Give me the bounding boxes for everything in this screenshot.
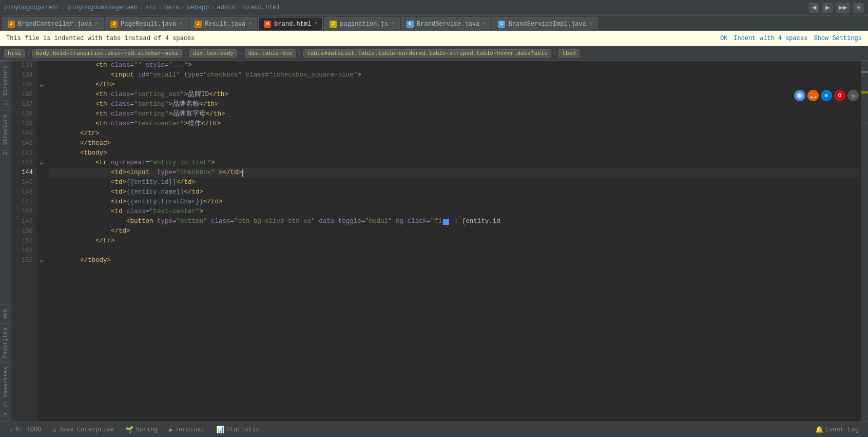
tab-brand-service-impl[interactable]: C BrandServiceImpl.java × [492,17,597,30]
tab-result[interactable]: J Result.java × [189,17,257,30]
notification-actions: OK Indent with 4 spaces Show Settings [720,35,862,42]
layout-button[interactable]: ⊞ [853,3,864,13]
path-tag-html[interactable]: html [4,49,25,58]
bottom-tab-event-log[interactable]: 🔔 Event Log [810,424,864,436]
tab-brand-service[interactable]: C BrandService.java × [401,17,491,30]
scroll-marker-3 [861,122,868,124]
bottom-tab-spring[interactable]: 🌱 Spring [120,424,163,436]
path-bar: html › body.hold-transition.skin-red.sid… [0,46,868,61]
event-log-icon: 🔔 [815,426,823,434]
breadcrumb-module[interactable]: pinyougoumanagerweb [67,4,138,11]
java-icon: J [195,21,202,28]
code-line-145: <td>{{entity.id}}</td> [49,178,859,187]
notif-settings-button[interactable]: Show Settings [814,35,862,42]
tab-label: PageResult.java [121,21,176,28]
java-icon: J [110,21,118,28]
js-icon: J [330,21,337,28]
navigate-forward-button[interactable]: ▶ [822,3,833,13]
bottom-tab-event-log-label: Event Log [825,426,859,433]
todo-icon: ✓ [9,426,13,434]
tab-close-icon[interactable]: × [391,21,394,27]
edge-browser-icon[interactable]: e [821,90,832,101]
bottom-tool-bar: ✓ 6: TODO ☕ Java Enterprise 🌱 Spring ▶ T… [0,422,868,437]
chrome-browser-icon[interactable] [794,90,805,101]
breadcrumb-webapp[interactable]: webapp [187,4,209,11]
spring-icon: 🌱 [125,426,133,434]
opera-browser-icon[interactable]: O [834,90,845,101]
tab-label: BrandServiceImpl.java [508,21,586,28]
firefox-browser-icon[interactable]: 🦊 [807,90,819,101]
path-tag-body[interactable]: body.hold-transition.skin-red.sidebar-mi… [32,49,182,58]
breadcrumb-file[interactable]: brand.html [243,4,280,11]
run-button[interactable]: ▶▶ [836,3,850,13]
bottom-tab-java-enterprise[interactable]: ☕ Java Enterprise [47,424,119,436]
main-editor-area: 1: Structure 2: Structure Web Favorites … [0,61,868,422]
bottom-tab-todo[interactable]: ✓ 6: TODO [4,424,46,436]
tab-page-result[interactable]: J PageResult.java × [105,17,188,30]
tab-close-icon[interactable]: × [589,21,592,27]
code-line-142: <tbody> [49,148,859,158]
notif-indent-button[interactable]: Indent with 4 spaces [734,35,807,42]
service-impl-icon: C [498,21,505,28]
code-line-146: <td>{{entity.name}}</td> [49,187,859,197]
breadcrumb-main[interactable]: main [164,4,179,11]
path-tag-div-box-body[interactable]: div.box-body [189,49,237,58]
breadcrumb-project[interactable]: pinyougouparent [4,4,60,11]
java-icon: J [8,21,15,28]
structure-panel-tab[interactable]: 1: Structure [0,61,11,110]
scroll-marker-2 [861,91,868,93]
tab-close-icon[interactable]: × [179,21,182,27]
favorites-panel-tab[interactable]: Favorites [0,323,11,362]
path-tag-div-table-box[interactable]: div.table-box [245,49,296,58]
code-line-136: <th class="sorting_asc">品牌ID</th> [49,90,859,100]
bottom-tab-statistic[interactable]: 📊 Statistic [211,424,265,436]
terminal-icon: ▶ [169,426,173,434]
service-icon: C [407,21,414,28]
tab-close-icon[interactable]: × [314,21,317,27]
editor-tabs-bar: J BrandController.java × J PageResult.ja… [0,15,868,31]
tab-pagination-js[interactable]: J pagination.js × [324,17,400,30]
html-icon: H [264,21,271,28]
code-line-141: </thead> [49,139,859,148]
scroll-marker-1 [861,71,868,73]
code-line-148: <td class="text-center"> [49,207,859,217]
gutter: ▶ ▶ ▶ [37,61,47,422]
tab-brand-controller[interactable]: J BrandController.java × [2,17,104,30]
tab-close-icon[interactable]: × [248,21,252,27]
notif-ok-button[interactable]: OK [720,35,727,42]
breadcrumb: pinyougouparent › pinyougoumanagerweb › … [4,4,280,11]
line-numbers: 133 134 135 136 137 138 139 140 141 142 … [11,61,37,422]
browser-icons-panel: 🦊 e O ↻ [794,90,859,101]
notification-bar: This file is indented with tabs instead … [0,31,868,46]
tab-brand-html[interactable]: H brand.html × [258,17,323,30]
top-bar-actions: ◀ ▶ ▶▶ ⊞ [809,3,864,13]
tab-label: pagination.js [340,21,388,28]
tab-close-icon[interactable]: × [483,21,486,27]
code-line-150: </td> [49,226,859,236]
code-editor[interactable]: <th class="" style="..."> <input id="sel… [47,61,861,422]
breadcrumb-admin[interactable]: admin [217,4,236,11]
favorites2-panel-tab[interactable]: ★ 2: Favorites [0,362,11,422]
java-enterprise-icon: ☕ [52,426,56,434]
bottom-tab-terminal[interactable]: ▶ Terminal [164,424,209,436]
tab-label: brand.html [274,21,311,28]
code-line-151: </tr> [49,236,859,246]
code-line-153: </tbody> [49,256,859,265]
navigate-back-button[interactable]: ◀ [809,3,819,13]
editor-content[interactable]: 133 134 135 136 137 138 139 140 141 142 … [11,61,868,422]
right-scroll-gutter[interactable] [861,61,868,422]
notification-message: This file is indented with tabs instead … [6,35,195,42]
bottom-tab-todo-label: 6: TODO [15,426,41,433]
refresh-icon[interactable]: ↻ [847,90,859,101]
structure2-panel-tab[interactable]: 2: Structure [0,110,11,159]
path-tag-tbody[interactable]: tbod [558,49,579,58]
breadcrumb-src[interactable]: src [145,4,157,11]
code-line-139: <th class="text-center">操作</th> [49,119,859,129]
web-panel-tab[interactable]: Web [0,304,11,323]
code-line-134: <input id="selall" type="checkbox" class… [49,70,859,80]
path-tag-table[interactable]: table#dataList.table.table-bordered.tabl… [303,49,551,58]
tab-label: BrandService.java [417,21,479,28]
tab-close-icon[interactable]: × [95,21,98,27]
tab-label: Result.java [205,21,245,28]
code-line-140: </tr> [49,129,859,139]
